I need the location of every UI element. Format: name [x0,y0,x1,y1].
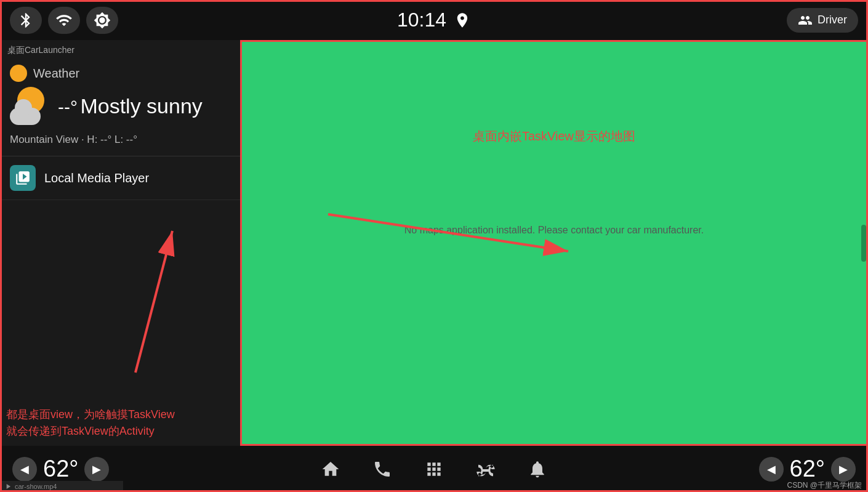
temp-right: 62° [790,456,825,482]
weather-title: Weather [33,67,79,81]
bottom-bar: ◀ 62° ▶ ◀ [0,446,868,492]
home-icon [321,459,340,479]
main-content: 桌面CarLauncher Weather --° Mostly sunny M… [0,40,868,446]
taskbar: car-show.mp4 [0,481,123,492]
weather-sun-small-icon [10,65,27,82]
map-title: 桌面内嵌TaskView显示的地图 [473,128,635,145]
status-left [10,7,118,34]
media-icon [10,165,36,191]
brightness-button[interactable] [86,7,118,34]
status-right: Driver [787,8,858,33]
bell-icon [528,459,547,479]
weather-title-row: Weather [10,65,230,82]
left-panel: 桌面CarLauncher Weather --° Mostly sunny M… [0,40,240,446]
media-section[interactable]: Local Media Player [0,156,240,200]
temp-prefix: --° [58,97,78,117]
weather-text: --° Mostly sunny [58,94,203,118]
phone-button[interactable] [366,453,398,485]
home-button[interactable] [315,453,347,485]
status-center: 10:14 [397,9,471,31]
media-label: Local Media Player [44,171,149,185]
signal-button[interactable] [48,7,80,34]
taskbar-icon [4,482,12,491]
driver-button[interactable]: Driver [787,8,858,33]
weather-main-row: --° Mostly sunny [10,87,230,125]
csdn-watermark: CSDN @千里马学框架 [787,480,862,491]
cloud-large-icon [10,108,41,125]
weather-condition: Mostly sunny [80,94,202,118]
fan-button[interactable] [470,453,502,485]
annotation-line1: 都是桌面view，为啥触摸TaskView [6,406,175,423]
location-icon [454,12,471,29]
svg-line-1 [135,231,172,373]
map-scrollbar[interactable] [861,225,866,262]
annotation-text: 都是桌面view，为啥触摸TaskView 就会传递到TaskView的Acti… [6,406,175,440]
temp-right-next-button[interactable]: ▶ [831,457,856,482]
no-maps-message: No maps application installed. Please co… [404,225,704,236]
weather-section[interactable]: Weather --° Mostly sunny Mountain View ·… [0,58,240,156]
taskbar-item: car-show.mp4 [15,483,57,490]
temp-next-button[interactable]: ▶ [84,457,109,482]
right-panel[interactable]: 桌面内嵌TaskView显示的地图 No maps application in… [240,40,868,446]
phone-icon [372,459,392,479]
weather-location: Mountain View · H: --° L: --° [10,131,230,150]
app-label: 桌面CarLauncher [0,40,240,58]
media-play-icon [15,170,31,186]
bottom-nav-center [315,453,553,485]
fan-icon [476,459,496,479]
clock: 10:14 [397,9,446,31]
bottom-left: ◀ 62° ▶ [12,456,109,482]
annotation-line2: 就会传递到TaskView的Activity [6,423,175,440]
grid-icon [424,459,444,479]
bottom-right: ◀ 62° ▶ [759,456,856,482]
driver-label: Driver [818,14,847,26]
map-arrow-overlay [242,42,866,444]
notification-button[interactable] [521,453,553,485]
status-bar: 10:14 Driver [0,0,868,40]
driver-icon [798,13,813,28]
weather-icon-large [10,87,48,125]
temp-left: 62° [43,456,78,482]
bluetooth-button[interactable] [10,7,42,34]
temp-prev-button[interactable]: ◀ [12,457,37,482]
grid-button[interactable] [418,453,450,485]
temp-right-prev-button[interactable]: ◀ [759,457,784,482]
